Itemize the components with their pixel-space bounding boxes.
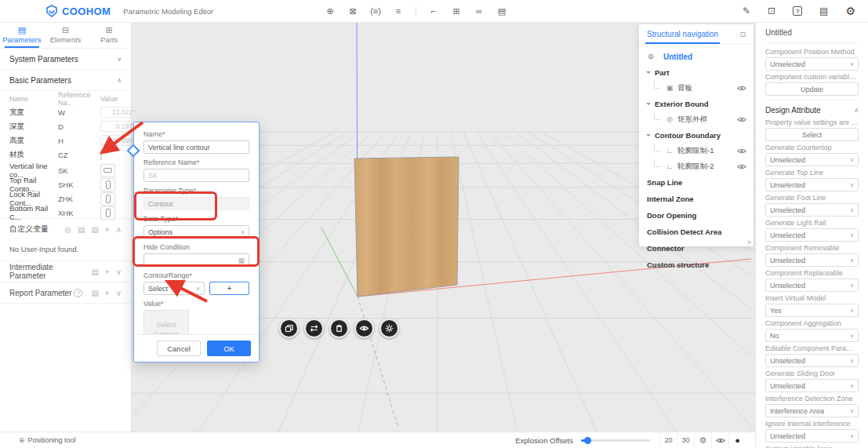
property-select[interactable]: Unselected∨ [765,203,859,217]
coohom-logo[interactable]: COOHOM [45,5,111,17]
visibility-eye-icon[interactable] [737,116,746,123]
tab-parameters[interactable]: ▤ Parameters [0,22,44,48]
settings-gear-icon[interactable]: ⚙ [845,5,855,17]
tree-section[interactable]: Custom structure [646,257,746,273]
property-select[interactable]: Unselected∨ [765,253,859,267]
property-select[interactable]: Unselected∨ [765,279,859,292]
explode-toggle-button[interactable]: ● [728,432,755,448]
tree-section[interactable]: Internal Zone [646,191,746,207]
formula-calculator-icon[interactable]: ▦ [238,257,245,264]
layout-tool-icon[interactable]: ⊞ [451,6,462,16]
cancel-button[interactable]: Cancel [157,341,201,356]
property-select[interactable]: Unselected∨ [765,379,859,392]
add-contour-range-button[interactable]: + [209,282,249,295]
system-parameters-section[interactable]: System Parameters ∨ [0,49,131,70]
expand-icon[interactable]: ∨ [116,268,122,276]
export-doc-icon[interactable]: ▤ [496,6,507,16]
tree-group[interactable]: Part [646,64,746,80]
slider-knob[interactable] [584,437,591,444]
basic-parameters-section[interactable]: Basic Parameters ∧ [0,70,131,91]
visibility-eye-icon[interactable] [737,148,746,155]
material-brush-icon[interactable]: ⊠ [347,6,358,16]
offset-20-button[interactable]: 20 [659,432,677,448]
tree-section[interactable]: Connector [646,240,746,257]
offset-30-button[interactable]: 30 [677,432,694,448]
property-select[interactable]: Unselected∨ [765,354,859,367]
tree-group[interactable]: Exterior Bound [646,96,746,111]
contour-range-select[interactable]: Select ∨ [143,282,205,295]
tree-section[interactable]: Snap Line [646,174,746,191]
tree-item[interactable]: ∟轮廓限制-2 [646,158,746,174]
constraint-icon[interactable]: (≡) [370,6,381,16]
value-input[interactable]: 23.622" [100,107,138,118]
tree-section[interactable]: Collision Detect Area [646,224,746,240]
more-settings-button[interactable] [380,319,399,338]
export-doc-icon[interactable]: ▤ [91,225,98,234]
reference-name-input[interactable]: SK [143,169,249,182]
sync-icon[interactable]: ◎ [64,225,71,234]
parameter-list-icon[interactable]: ≡ [393,6,404,16]
intermediate-parameter-section[interactable]: Intermediate Parameter ▤+∨ [0,260,131,282]
view-settings-button[interactable]: ⚙ [694,432,711,448]
contour-picker-button[interactable] [100,206,115,220]
report-parameter-section[interactable]: Report Parameter ? ▤+∨ [0,282,131,304]
hide-condition-input[interactable]: ▦ [143,253,249,267]
import-doc-icon[interactable]: ▤ [78,225,85,234]
ok-button[interactable]: OK [207,341,251,356]
property-select[interactable]: Interference Area∨ [765,404,859,417]
property-button[interactable]: Select [765,128,859,141]
document-icon[interactable]: ▤ [819,5,828,16]
tree-section[interactable]: Door Opening [646,207,746,224]
contour-picker-button[interactable] [100,164,115,177]
property-select[interactable]: Unselected∨ [765,228,859,242]
wood-panel-mesh[interactable] [354,157,459,297]
structural-navigation-title[interactable]: Structural navigation [647,30,718,38]
duplicate-button[interactable] [279,319,299,338]
tree-item[interactable]: ∟轮廓限制-1 [646,143,746,158]
link-tool-icon[interactable]: ∞ [474,6,485,16]
doc-add-icon[interactable]: ▤ [91,289,98,297]
doc-add-icon[interactable]: ▤ [91,268,98,276]
properties-section-header[interactable]: Design Attribute∧ [765,100,859,117]
help-icon[interactable]: ? [793,6,802,16]
collapse-icon[interactable]: ∧ [116,225,122,234]
tree-root-node[interactable]: ⊙ Untitled [646,49,746,64]
expand-icon[interactable]: ∨ [116,289,122,297]
tab-parts[interactable]: ⊞ Parts [87,22,131,48]
edit-pencil-icon[interactable]: ✎ [743,5,750,16]
data-type-select[interactable]: Options ∨ [143,225,249,239]
tab-elements[interactable]: ⊟ Elements [44,22,88,48]
bracket-tool-icon[interactable]: ⌐ [428,6,439,16]
property-button[interactable]: Update [765,82,859,96]
property-select[interactable]: Unselected∨ [765,429,859,443]
screen-share-icon[interactable]: ⊡ [768,5,775,16]
snap-settings-icon[interactable]: ⊕ [325,6,336,16]
add-parameter-icon[interactable]: + [105,289,110,297]
panel-collapse-arrow[interactable]: > [747,239,751,246]
tree-item[interactable]: ▣背板 [646,80,746,96]
property-select[interactable]: Unselected∨ [765,153,859,166]
visibility-eye-icon[interactable] [737,85,746,92]
pin-panel-icon[interactable]: ⊡ [739,31,746,38]
custom-variables-section[interactable]: 自定义变量 ◎▤▤+∧ [0,218,131,239]
material-swatch[interactable] [100,150,102,160]
add-variable-icon[interactable]: + [105,225,110,234]
property-select[interactable]: Yes∨ [765,304,859,317]
property-select[interactable]: Unselected∨ [765,57,859,71]
property-select[interactable]: No∨ [765,329,859,342]
value-input[interactable]: 0.197" [100,121,138,132]
mirror-button[interactable] [304,319,324,338]
contour-picker-button[interactable] [100,178,115,191]
positioning-tool-button[interactable]: ⊕ Positioning tool [19,436,76,444]
contour-picker-button[interactable] [100,192,115,206]
add-parameter-icon[interactable]: + [105,268,110,276]
tree-item[interactable]: ◎矩形外框 [646,111,746,127]
name-input[interactable]: Vertical line contour [143,140,249,154]
visibility-toggle-button[interactable] [711,432,728,448]
property-select[interactable]: Unselected∨ [765,178,859,191]
visibility-eye-icon[interactable] [737,163,746,170]
explosion-offsets-slider[interactable] [581,439,650,442]
delete-button[interactable] [329,319,349,338]
tree-group[interactable]: Contour Boundary [646,127,746,143]
visibility-button[interactable] [354,319,374,338]
